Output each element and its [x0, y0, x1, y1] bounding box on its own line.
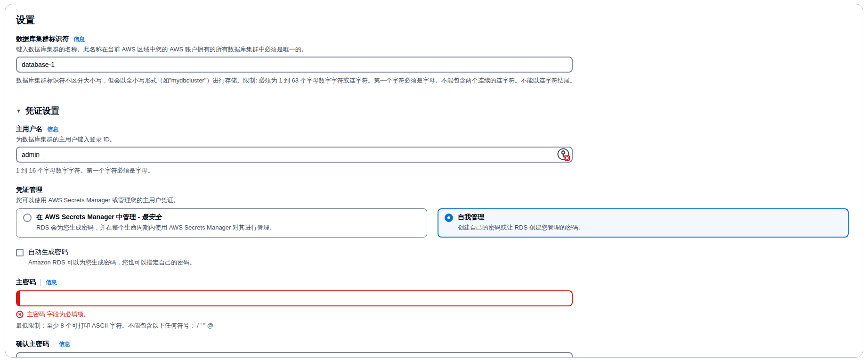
- master-username-description: 为数据库集群的主用户键入登录 ID。: [16, 135, 853, 144]
- master-username-input[interactable]: [16, 147, 573, 163]
- credentials-management-description: 您可以使用 AWS Secrets Manager 或管理您的主用户凭证。: [16, 196, 853, 205]
- credentials-section-title: 凭证设置: [25, 105, 59, 116]
- auto-generate-password-label: 自动生成密码: [28, 248, 195, 256]
- radio-tile-title: 自我管理: [458, 213, 584, 222]
- radio-tile-title: 在 AWS Secrets Manager 中管理 - 最安全: [36, 213, 276, 222]
- master-password-label: 主密码: [16, 278, 36, 287]
- auto-generate-password-description: Amazon RDS 可以为您生成密码，您也可以指定自己的密码。: [28, 258, 195, 267]
- master-username-field: 主用户名 信息 为数据库集群的主用户键入登录 ID。 1 到 1: [16, 125, 853, 174]
- cluster-identifier-constraint: 数据库集群标识符不区分大小写，但会以全小写形式（如"mydbcluster"）进…: [16, 76, 853, 84]
- confirm-master-password-field: 确认主密码 信息: [16, 340, 853, 358]
- radio-tile-description: RDS 会为您生成密码，并在整个生命周期内使用 AWS Secrets Mana…: [36, 223, 276, 232]
- settings-panel: 设置 数据库集群标识符 信息 键入数据库集群的名称。此名称在当前 AWS 区域中…: [5, 4, 863, 358]
- credentials-section-header[interactable]: ▼ 凭证设置: [16, 105, 853, 116]
- master-username-label: 主用户名: [16, 125, 42, 133]
- cluster-identifier-label: 数据库集群标识符: [16, 35, 69, 43]
- caret-down-icon: ▼: [16, 108, 21, 114]
- radio-tile-secrets-manager[interactable]: 在 AWS Secrets Manager 中管理 - 最安全 RDS 会为您生…: [16, 208, 427, 238]
- label-separator: [41, 279, 41, 286]
- credentials-management-options: 在 AWS Secrets Manager 中管理 - 最安全 RDS 会为您生…: [16, 208, 849, 238]
- master-password-input[interactable]: [16, 290, 573, 306]
- credentials-management-field: 凭证管理 您可以使用 AWS Secrets Manager 或管理您的主用户凭…: [16, 186, 853, 238]
- key-password-manager-icon[interactable]: [557, 148, 570, 161]
- confirm-master-password-input[interactable]: [16, 352, 573, 358]
- master-password-info-link[interactable]: 信息: [46, 279, 57, 287]
- label-separator: [54, 341, 54, 348]
- cluster-identifier-input[interactable]: [16, 57, 573, 73]
- master-password-field: 主密码 信息 主密码 字段为必填项。 最低限制：至少 8 个可打印 ASCII …: [16, 278, 853, 329]
- master-password-error: 主密码 字段为必填项。: [16, 310, 853, 319]
- master-username-constraint: 1 到 16 个字母数字字符。第一个字符必须是字母。: [16, 166, 853, 174]
- cluster-identifier-field: 数据库集群标识符 信息 键入数据库集群的名称。此名称在当前 AWS 区域中您的 …: [16, 35, 853, 84]
- radio-tile-description: 创建自己的密码或让 RDS 创建您管理的密码。: [458, 223, 584, 232]
- auto-generate-password-row: 自动生成密码 Amazon RDS 可以为您生成密码，您也可以指定自己的密码。: [16, 248, 853, 267]
- auto-generate-password-checkbox[interactable]: [16, 249, 24, 256]
- master-username-info-link[interactable]: 信息: [47, 125, 58, 133]
- credentials-management-label: 凭证管理: [16, 186, 853, 194]
- master-password-error-text: 主密码 字段为必填项。: [27, 310, 90, 319]
- radio-button-secrets-manager[interactable]: [23, 214, 32, 222]
- page-title: 设置: [16, 14, 853, 26]
- cluster-identifier-info-link[interactable]: 信息: [73, 35, 85, 43]
- confirm-master-password-info-link[interactable]: 信息: [59, 340, 70, 348]
- master-password-constraint: 最低限制：至少 8 个可打印 ASCII 字符。不能包含以下任何符号： / ' …: [16, 321, 853, 329]
- radio-tile-self-managed[interactable]: 自我管理 创建自己的密码或让 RDS 创建您管理的密码。: [438, 208, 849, 238]
- cluster-identifier-description: 键入数据库集群的名称。此名称在当前 AWS 区域中您的 AWS 账户拥有的所有数…: [16, 45, 853, 54]
- radio-button-self-managed[interactable]: [445, 214, 453, 222]
- confirm-master-password-label: 确认主密码: [16, 340, 49, 348]
- error-circle-icon: [16, 311, 24, 318]
- section-divider: [5, 95, 863, 95]
